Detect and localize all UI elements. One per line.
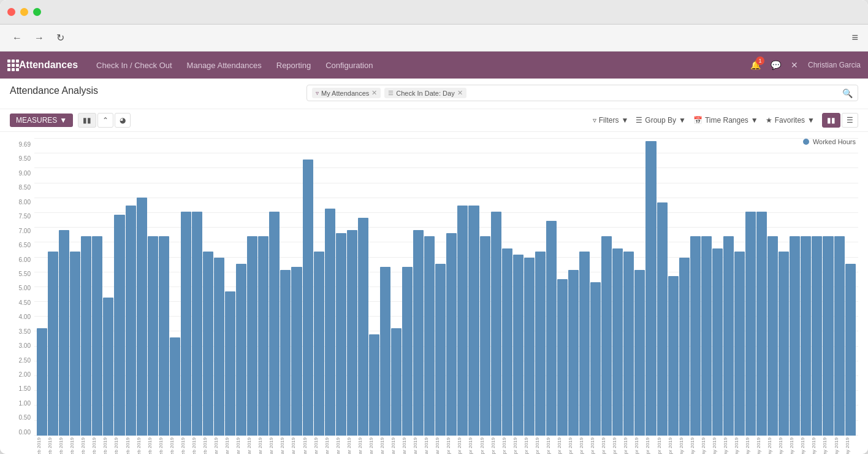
bar[interactable] bbox=[590, 282, 601, 436]
bar[interactable] bbox=[258, 236, 268, 436]
bar[interactable] bbox=[645, 141, 656, 436]
nav-checkin[interactable]: Check In / Check Out bbox=[90, 58, 178, 72]
nav-manage[interactable]: Manage Attendances bbox=[181, 58, 268, 72]
bar[interactable] bbox=[535, 252, 546, 436]
bar[interactable] bbox=[126, 206, 136, 436]
favorites-button[interactable]: ★ Favorites ▼ bbox=[766, 116, 815, 125]
bar[interactable] bbox=[137, 198, 147, 436]
bar[interactable] bbox=[745, 212, 756, 436]
bar[interactable] bbox=[148, 236, 158, 436]
bar[interactable] bbox=[192, 212, 202, 436]
bar[interactable] bbox=[380, 267, 390, 436]
bar[interactable] bbox=[358, 218, 368, 436]
bar[interactable] bbox=[435, 264, 446, 436]
bar[interactable] bbox=[92, 236, 102, 436]
bar[interactable] bbox=[801, 236, 811, 436]
bar[interactable] bbox=[247, 236, 257, 436]
bar[interactable] bbox=[314, 252, 324, 436]
bar[interactable] bbox=[491, 212, 501, 436]
bar[interactable] bbox=[336, 233, 346, 436]
bar[interactable] bbox=[103, 298, 113, 436]
bar[interactable] bbox=[402, 267, 413, 436]
bar[interactable] bbox=[579, 252, 590, 436]
maximize-button[interactable] bbox=[33, 8, 41, 16]
bar[interactable] bbox=[823, 236, 833, 436]
bar[interactable] bbox=[623, 252, 634, 436]
filter-my-attendances-remove[interactable]: ✕ bbox=[371, 89, 377, 97]
bar[interactable] bbox=[690, 236, 701, 436]
bar[interactable] bbox=[457, 206, 468, 436]
bar[interactable] bbox=[225, 291, 235, 436]
chart-view-button[interactable]: ▮▮ bbox=[822, 113, 840, 128]
bar[interactable] bbox=[468, 206, 479, 436]
filter-checkin-remove[interactable]: ✕ bbox=[457, 89, 463, 97]
bar[interactable] bbox=[413, 230, 424, 436]
line-chart-button[interactable]: ⌃ bbox=[97, 113, 113, 128]
bar[interactable] bbox=[668, 276, 679, 436]
bar[interactable] bbox=[557, 279, 568, 436]
bar[interactable] bbox=[347, 230, 357, 436]
list-view-button[interactable]: ☰ bbox=[842, 113, 858, 128]
bar[interactable] bbox=[502, 248, 512, 436]
bar[interactable] bbox=[280, 270, 291, 436]
measures-button[interactable]: MEASURES ▼ bbox=[10, 113, 73, 127]
minimize-button[interactable] bbox=[20, 8, 28, 16]
bar[interactable] bbox=[513, 255, 523, 436]
bar[interactable] bbox=[170, 337, 180, 436]
bar[interactable] bbox=[37, 328, 47, 436]
bar[interactable] bbox=[214, 258, 224, 436]
search-button[interactable]: 🔍 bbox=[842, 88, 853, 98]
bar[interactable] bbox=[845, 264, 856, 436]
bar[interactable] bbox=[734, 252, 745, 436]
reload-button[interactable]: ↻ bbox=[54, 29, 67, 46]
bar[interactable] bbox=[159, 236, 169, 436]
pie-chart-button[interactable]: ◕ bbox=[115, 113, 131, 128]
bar[interactable] bbox=[546, 221, 557, 436]
bar[interactable] bbox=[612, 248, 623, 436]
bar[interactable] bbox=[568, 270, 579, 436]
group-by-button[interactable]: ☰ Group By ▼ bbox=[636, 116, 686, 125]
close-button[interactable] bbox=[7, 8, 15, 16]
menu-button[interactable]: ≡ bbox=[851, 31, 858, 44]
bar[interactable] bbox=[812, 236, 822, 436]
time-ranges-button[interactable]: 📅 Time Ranges ▼ bbox=[693, 116, 758, 125]
nav-reporting[interactable]: Reporting bbox=[270, 58, 317, 72]
search-input[interactable] bbox=[470, 88, 839, 98]
bar[interactable] bbox=[834, 236, 845, 436]
bar[interactable] bbox=[601, 236, 612, 436]
bar[interactable] bbox=[701, 236, 712, 436]
bar[interactable] bbox=[81, 236, 91, 436]
bar[interactable] bbox=[480, 236, 490, 436]
bar[interactable] bbox=[48, 252, 58, 436]
bar[interactable] bbox=[657, 202, 668, 436]
bar[interactable] bbox=[325, 209, 335, 436]
bar[interactable] bbox=[790, 236, 800, 436]
settings-button[interactable]: ✕ bbox=[788, 58, 801, 72]
back-button[interactable]: ← bbox=[10, 30, 25, 46]
bar[interactable] bbox=[236, 264, 246, 436]
bar[interactable] bbox=[524, 258, 535, 436]
bar[interactable] bbox=[203, 252, 213, 436]
bar[interactable] bbox=[291, 267, 302, 436]
grid-icon[interactable] bbox=[7, 60, 19, 71]
bar[interactable] bbox=[756, 212, 767, 436]
bar[interactable] bbox=[391, 328, 402, 436]
bar[interactable] bbox=[269, 212, 280, 436]
bar[interactable] bbox=[723, 236, 734, 436]
bar[interactable] bbox=[369, 334, 379, 436]
nav-configuration[interactable]: Configuration bbox=[319, 58, 379, 72]
bar-chart-button[interactable]: ▮▮ bbox=[78, 113, 96, 128]
bar[interactable] bbox=[446, 233, 457, 436]
filters-button[interactable]: ▿ Filters ▼ bbox=[593, 116, 629, 125]
bar[interactable] bbox=[779, 252, 789, 436]
bar[interactable] bbox=[634, 270, 645, 436]
bar[interactable] bbox=[712, 248, 723, 436]
bar[interactable] bbox=[767, 236, 778, 436]
bar[interactable] bbox=[679, 258, 690, 436]
bar[interactable] bbox=[59, 230, 69, 436]
bar[interactable] bbox=[424, 236, 435, 436]
bar[interactable] bbox=[181, 212, 191, 436]
chat-button[interactable]: 💬 bbox=[768, 58, 783, 72]
forward-button[interactable]: → bbox=[32, 30, 47, 46]
bar[interactable] bbox=[70, 252, 80, 436]
